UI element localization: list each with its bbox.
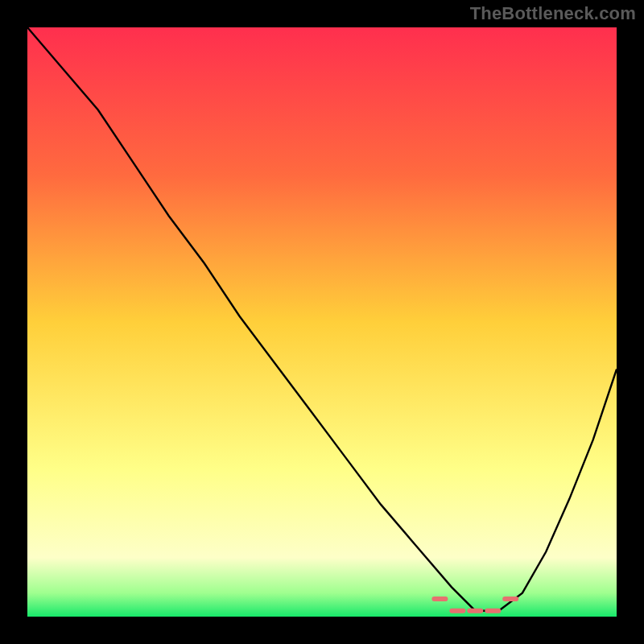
watermark-text: TheBottleneck.com xyxy=(470,3,636,24)
chart-frame: TheBottleneck.com xyxy=(0,0,644,644)
plot-area xyxy=(27,27,617,617)
plot-svg xyxy=(27,27,617,617)
gradient-background xyxy=(27,27,617,617)
